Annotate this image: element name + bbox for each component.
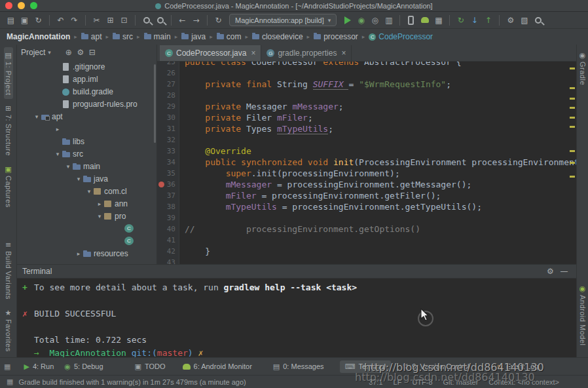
tool-window-button-4-run[interactable]: ▶4: Run [18, 360, 59, 373]
breadcrumb-item-closedevice[interactable]: closedevice [251, 31, 304, 42]
forward-icon[interactable]: → [189, 14, 203, 27]
tree-collapse-icon[interactable]: ▾ [96, 213, 103, 220]
warning-stripe-mark[interactable] [570, 68, 575, 69]
cut-icon[interactable]: ✂ [90, 14, 103, 27]
breadcrumb-item-processor[interactable]: processor [312, 31, 359, 42]
tree-item-item[interactable]: ▸ [17, 123, 156, 135]
close-tab-icon[interactable]: × [341, 48, 346, 58]
close-tab-icon[interactable]: × [251, 48, 255, 58]
tree-collapse-icon[interactable]: ▾ [64, 163, 72, 170]
zoom-window-button[interactable] [30, 2, 37, 9]
collapse-all-icon[interactable]: ⊟ [86, 46, 98, 59]
tree-item-apt[interactable]: ▾apt [17, 110, 156, 123]
tool-window-button-9-version-control[interactable]: ⇅9: Version Control [397, 360, 475, 373]
view-options-icon[interactable]: ⊕ [63, 46, 75, 59]
tool-stripe-tab-gradle[interactable]: ◉Gradle [578, 47, 587, 89]
undo-icon[interactable]: ↶ [54, 14, 67, 27]
breadcrumb-item-src[interactable]: src [111, 31, 134, 42]
tool-window-switcher-icon[interactable]: ▦ [4, 362, 10, 371]
tree-collapse-icon[interactable]: ▾ [54, 151, 62, 157]
tree-item-gitignore[interactable]: .gitignore [17, 60, 156, 73]
vcs-update-icon[interactable]: ↓ [468, 14, 481, 27]
code-editor[interactable]: 25public class CodeProcessor extends Abs… [157, 62, 576, 264]
editor-tab-gradle-properties[interactable]: Ggradle.properties× [261, 45, 352, 61]
tool-window-switcher-icon[interactable]: ▦ [7, 378, 13, 386]
tool-window-button-event-log[interactable]: ≡Event Log [492, 360, 544, 373]
caret-position-widget[interactable]: 37:1 [369, 378, 382, 386]
gradle-make-icon[interactable]: ↻ [211, 14, 225, 27]
tree-collapse-icon[interactable]: ▾ [33, 113, 41, 120]
warning-stripe-mark[interactable] [570, 162, 575, 164]
warning-stripe-mark[interactable] [570, 117, 575, 119]
breadcrumb-item-codeprocessor[interactable]: CCodeProcessor [367, 31, 434, 42]
tool-stripe-tab-7-structure[interactable]: ⊞7: Structure [4, 100, 13, 160]
redo-icon[interactable]: ↷ [67, 14, 81, 27]
breakpoint-icon[interactable] [158, 182, 164, 187]
project-view-select[interactable]: Project▾ [21, 48, 51, 57]
git-branch-widget[interactable]: Git: master [443, 378, 479, 386]
coverage-icon[interactable]: ◎ [368, 14, 382, 27]
copy-icon[interactable]: ⊞ [103, 14, 117, 27]
replace-icon[interactable] [153, 14, 167, 27]
warning-stripe-mark[interactable] [570, 150, 575, 152]
tree-item-src[interactable]: ▾src [17, 147, 156, 160]
settings-icon[interactable]: ⚙ [75, 46, 86, 59]
find-icon[interactable] [139, 14, 153, 27]
tree-item-libs[interactable]: libs [17, 135, 156, 147]
breadcrumb-item-com[interactable]: com [215, 31, 243, 42]
tree-expand-icon[interactable]: ▸ [54, 126, 62, 132]
back-icon[interactable]: ← [175, 14, 189, 27]
tool-window-button-0-messages[interactable]: ▤0: Messages [268, 360, 329, 373]
tool-stripe-tab-favorites[interactable]: ★Favorites [4, 305, 13, 356]
tool-window-button-6-android-monitor[interactable]: 6: Android Monitor [177, 360, 257, 372]
terminal-settings-icon[interactable]: ⚙ [543, 265, 557, 278]
tool-window-button-5-debug[interactable]: ◉5: Debug [59, 360, 108, 373]
minimize-window-button[interactable] [18, 2, 25, 9]
editor-tab-codeprocessor-java[interactable]: CCodeProcessor.java× [160, 45, 261, 61]
gradle-sync-icon[interactable]: ↻ [454, 14, 468, 27]
save-all-icon[interactable]: ▣ [18, 14, 31, 27]
tree-expand-icon[interactable]: ▸ [96, 201, 103, 207]
sync-icon[interactable]: ↻ [31, 14, 45, 27]
open-icon[interactable]: ▤ [4, 14, 18, 27]
tree-item-ann[interactable]: ▸ann [17, 197, 156, 210]
encoding-widget[interactable]: UTF-8 [412, 378, 432, 386]
paste-icon[interactable]: ⊡ [117, 14, 131, 27]
tool-window-button-todo[interactable]: ▣TODO [130, 360, 171, 373]
run-configuration-select[interactable]: MagicAnnotation:app [build] ▾ [229, 14, 337, 26]
tree-item-proguard-rules-pro[interactable]: proguard-rules.pro [17, 98, 156, 110]
breadcrumb-item-apt[interactable]: apt [80, 31, 103, 42]
profile-icon[interactable]: ▥ [382, 14, 395, 27]
debug-icon[interactable]: ◉ [354, 14, 368, 27]
breadcrumb-item-main[interactable]: main [143, 31, 172, 42]
warning-stripe-mark[interactable] [570, 87, 575, 89]
terminal-output[interactable]: +To see more detail about a task, run gr… [17, 279, 576, 357]
breadcrumb-item-java[interactable]: java [180, 31, 207, 42]
tree-expand-icon[interactable]: ▸ [75, 250, 83, 257]
sdk-manager-icon[interactable] [418, 14, 432, 27]
vcs-commit-icon[interactable]: ↑ [481, 14, 495, 27]
tree-item-item[interactable]: C [17, 235, 156, 247]
project-tree-scrollbar[interactable] [154, 64, 156, 143]
tree-collapse-icon[interactable]: ▾ [85, 188, 93, 195]
breadcrumb-item-magicannotation[interactable]: MagicAnnotation [5, 31, 71, 42]
tree-item-resources[interactable]: ▸resources [17, 247, 156, 260]
tool-stripe-tab-captures[interactable]: ▣Captures [4, 161, 13, 212]
hide-panel-icon[interactable]: — [557, 265, 571, 278]
warning-stripe-mark[interactable] [570, 126, 575, 128]
tool-window-button-terminal[interactable]: ⌨Terminal [340, 360, 391, 373]
tool-stripe-tab-android-model[interactable]: ◉Android Model [578, 281, 587, 349]
project-structure-icon[interactable]: ▧ [517, 14, 531, 27]
tree-collapse-icon[interactable]: ▾ [75, 176, 83, 182]
context-widget[interactable]: Context: <no context> [488, 378, 559, 386]
tree-item-com-cl[interactable]: ▾com.cl [17, 185, 156, 197]
warning-stripe-mark[interactable] [570, 107, 575, 109]
search-everywhere-icon[interactable] [531, 14, 545, 27]
tree-item-build-gradle[interactable]: build.gradle [17, 85, 156, 98]
tree-item-pro[interactable]: ▾pro [17, 210, 156, 222]
line-separator-widget[interactable]: LF [394, 378, 402, 386]
tool-stripe-tab-1-project[interactable]: ▤1: Project [4, 47, 13, 99]
tree-item-java[interactable]: ▾java [17, 172, 156, 185]
warning-stripe-mark[interactable] [570, 98, 575, 100]
tool-stripe-tab-build-variants[interactable]: ≡Build Variants [4, 237, 13, 303]
